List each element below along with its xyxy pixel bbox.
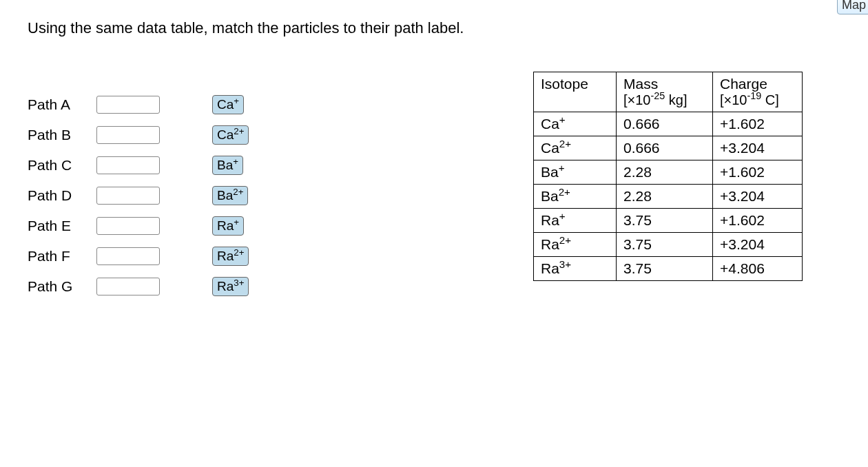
header-mass-unit: [×10-25 kg] xyxy=(623,92,705,108)
table-row: Ra3+3.75+4.806 xyxy=(534,257,803,281)
ion-charge: + xyxy=(233,156,238,167)
table-row: Ba2+2.28+3.204 xyxy=(534,185,803,209)
ion-token[interactable]: Ba2+ xyxy=(212,186,248,205)
table-body: Ca+0.666+1.602Ca2+0.666+3.204Ba+2.28+1.6… xyxy=(534,112,803,281)
drop-slot[interactable] xyxy=(96,187,160,205)
path-label: Path A xyxy=(28,96,96,113)
cell-mass: 3.75 xyxy=(617,209,713,233)
cell-charge: +1.602 xyxy=(713,160,803,185)
ion-base: Ra xyxy=(217,218,234,233)
charge-unit-exp: -19 xyxy=(747,90,761,101)
ion-token[interactable]: Ca+ xyxy=(212,95,244,114)
header-charge: Charge [×10-19 C] xyxy=(713,72,803,112)
path-row: Path E xyxy=(28,211,160,241)
path-row: Path F xyxy=(28,241,160,271)
cell-isotope: Ba+ xyxy=(534,160,617,185)
charge-unit-pre: [×10 xyxy=(720,92,747,107)
charge-unit-post: C] xyxy=(761,92,779,107)
drop-slot[interactable] xyxy=(96,217,160,235)
isotope-charge: 2+ xyxy=(559,186,570,198)
table-row: Ra+3.75+1.602 xyxy=(534,209,803,233)
ion-token[interactable]: Ba+ xyxy=(212,156,243,175)
ion-base: Ba xyxy=(217,158,233,172)
path-row: Path G xyxy=(28,271,160,302)
header-charge-title: Charge xyxy=(720,76,767,92)
drop-slot[interactable] xyxy=(96,126,160,144)
cell-charge: +3.204 xyxy=(713,233,803,257)
path-label: Path D xyxy=(28,187,96,204)
cell-isotope: Ca+ xyxy=(534,112,617,136)
drop-slot[interactable] xyxy=(96,156,160,174)
isotope-charge: 3+ xyxy=(559,258,571,270)
isotope-charge: + xyxy=(559,162,565,174)
header-mass-title: Mass xyxy=(623,76,658,92)
cell-charge: +4.806 xyxy=(713,257,803,281)
ion-token[interactable]: Ra+ xyxy=(212,216,244,236)
path-label: Path F xyxy=(28,248,96,264)
mass-unit-pre: [×10 xyxy=(623,92,650,107)
isotope-charge: 2+ xyxy=(559,138,571,149)
cell-isotope: Ra3+ xyxy=(534,257,617,281)
cell-isotope: Ra2+ xyxy=(534,233,617,257)
cell-charge: +1.602 xyxy=(713,209,803,233)
isotope-base: Ca xyxy=(541,140,559,156)
cell-isotope: Ra+ xyxy=(534,209,617,233)
cell-isotope: Ba2+ xyxy=(534,185,617,209)
ion-base: Ba xyxy=(217,188,233,203)
table-header-row: Isotope Mass [×10-25 kg] Charge [×10-19 … xyxy=(534,72,803,112)
mass-unit-exp: -25 xyxy=(650,90,665,101)
path-row: Path D xyxy=(28,180,160,211)
isotope-base: Ra xyxy=(541,236,559,252)
cell-mass: 3.75 xyxy=(617,233,713,257)
cell-charge: +3.204 xyxy=(713,136,803,160)
cell-mass: 3.75 xyxy=(617,257,713,281)
ion-charge: 2+ xyxy=(234,247,244,258)
table-row: Ba+2.28+1.602 xyxy=(534,160,803,185)
ion-token[interactable]: Ra2+ xyxy=(212,247,249,266)
isotope-data-table: Isotope Mass [×10-25 kg] Charge [×10-19 … xyxy=(533,72,803,281)
drop-slot[interactable] xyxy=(96,96,160,114)
cell-charge: +3.204 xyxy=(713,185,803,209)
ion-charge: 3+ xyxy=(234,278,244,288)
ion-token[interactable]: Ra3+ xyxy=(212,277,249,296)
header-isotope: Isotope xyxy=(534,72,617,112)
ion-charge: + xyxy=(234,96,239,106)
ion-token[interactable]: Ca2+ xyxy=(212,125,249,145)
isotope-charge: + xyxy=(559,210,566,222)
cell-mass: 2.28 xyxy=(617,185,713,209)
isotope-base: Ra xyxy=(541,212,559,228)
ion-charge: 2+ xyxy=(234,126,244,136)
table-row: Ra2+3.75+3.204 xyxy=(534,233,803,257)
table-row: Ca+0.666+1.602 xyxy=(534,112,803,136)
cell-mass: 0.666 xyxy=(617,136,713,160)
drop-slot[interactable] xyxy=(96,247,160,265)
map-button[interactable]: Map xyxy=(837,0,868,14)
ion-charge: + xyxy=(234,217,239,227)
ion-base: Ca xyxy=(217,127,234,142)
path-row: Path A xyxy=(28,90,160,120)
ion-base: Ra xyxy=(217,279,234,293)
paths-column: Path APath BPath CPath DPath EPath FPath… xyxy=(28,90,160,302)
isotope-base: Ra xyxy=(541,260,559,276)
path-row: Path B xyxy=(28,120,160,150)
table-row: Ca2+0.666+3.204 xyxy=(534,136,803,160)
cell-charge: +1.602 xyxy=(713,112,803,136)
header-charge-unit: [×10-19 C] xyxy=(720,92,795,108)
isotope-base: Ba xyxy=(541,164,559,180)
cell-mass: 0.666 xyxy=(617,112,713,136)
mass-unit-post: kg] xyxy=(665,92,687,107)
header-mass: Mass [×10-25 kg] xyxy=(617,72,713,112)
isotope-base: Ca xyxy=(541,116,559,132)
path-label: Path G xyxy=(28,278,96,295)
isotope-charge: 2+ xyxy=(559,234,571,246)
path-label: Path B xyxy=(28,127,96,143)
page: Map Using the same data table, match the… xyxy=(0,0,868,467)
isotope-base: Ba xyxy=(541,188,559,204)
path-label: Path C xyxy=(28,157,96,174)
isotope-charge: + xyxy=(559,114,566,125)
cell-isotope: Ca2+ xyxy=(534,136,617,160)
drop-slot[interactable] xyxy=(96,278,160,295)
ion-base: Ra xyxy=(217,249,234,263)
ion-base: Ca xyxy=(217,97,234,112)
question-prompt: Using the same data table, match the par… xyxy=(28,19,464,37)
